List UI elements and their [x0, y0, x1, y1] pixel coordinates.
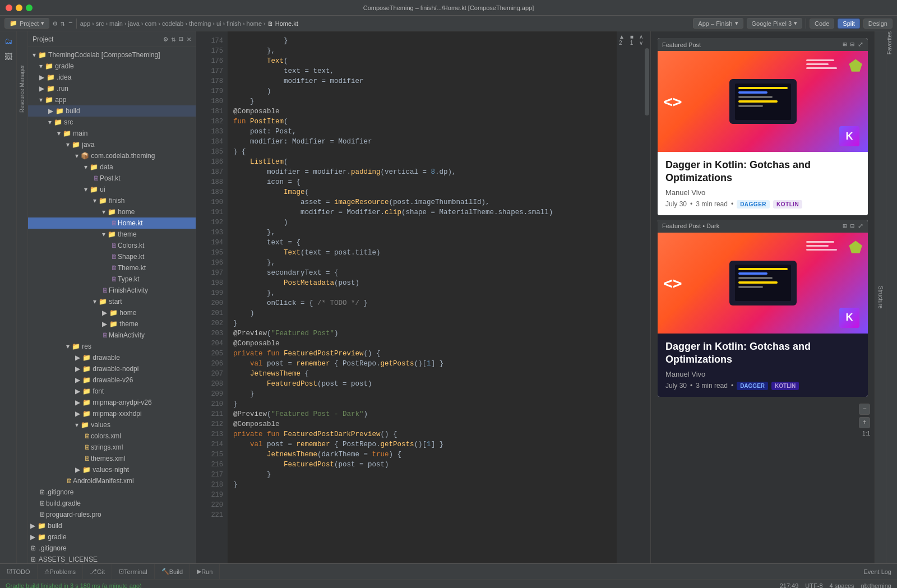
list-item[interactable]: 🗎 Shape.kt: [28, 251, 196, 262]
device-button[interactable]: Google Pixel 3 ▾: [747, 18, 803, 29]
tree-selected-file[interactable]: 🗎 Home.kt: [28, 217, 196, 229]
encoding[interactable]: UTF-8: [805, 582, 822, 589]
git-branch[interactable]: nb:theming: [861, 582, 891, 589]
list-item[interactable]: ▶📁 theme: [28, 318, 196, 330]
minimap[interactable]: ▲ 2 ■ 1 ∧ ∨: [617, 31, 650, 563]
list-item[interactable]: ▾📁 java: [28, 139, 196, 150]
maximize-button[interactable]: [26, 4, 33, 11]
list-item[interactable]: ▾📁 start: [28, 296, 196, 307]
tree-root[interactable]: ▾ 📁 ThemingCodelab [ComposeTheming]: [28, 49, 196, 61]
list-item[interactable]: ▶📁 home: [28, 307, 196, 318]
list-item[interactable]: ▶📁 drawable-v26: [28, 374, 196, 386]
android-icon: ⬟: [849, 57, 862, 76]
list-item[interactable]: ▾📁 theme: [28, 229, 196, 240]
list-item[interactable]: ▶📁 .run: [28, 83, 196, 94]
tab-build[interactable]: 🔨 Build: [155, 564, 190, 579]
event-log-btn[interactable]: Event Log: [863, 568, 891, 575]
list-item[interactable]: ▶📁 font: [28, 386, 196, 397]
view-design-button[interactable]: Design: [863, 18, 893, 29]
list-item[interactable]: 🗎 build.gradle: [28, 498, 196, 509]
fullscreen-icon[interactable]: ⤢: [858, 40, 863, 49]
fullscreen-icon[interactable]: ⤢: [858, 222, 863, 230]
settings-icon[interactable]: ⚙: [53, 19, 57, 28]
run-config-button[interactable]: App – Finish ▾: [693, 18, 743, 29]
list-item[interactable]: 🗎 Theme.kt: [28, 262, 196, 274]
tab-terminal[interactable]: ⊡ Terminal: [112, 564, 155, 579]
left-sidebar-strip: 🗂 🖼: [0, 31, 17, 563]
structure-label[interactable]: Structure: [877, 286, 884, 309]
cursor-position[interactable]: 217:49: [780, 582, 799, 589]
list-item[interactable]: ▶📁 mipmap-anydpi-v26: [28, 397, 196, 408]
tab-problems[interactable]: ⚠ Problems: [38, 564, 83, 579]
laptop-icon-dark: [729, 261, 797, 305]
list-item[interactable]: ▾📁 ui: [28, 184, 196, 195]
collapse-icon[interactable]: −: [68, 19, 73, 27]
gear-icon[interactable]: ⚙: [164, 35, 168, 44]
resource-manager-strip: Resource Manager: [17, 31, 28, 563]
code-editor[interactable]: } }, Text( text = text, modifier = modif…: [228, 31, 617, 563]
list-item[interactable]: 🗎 themes.xml: [28, 453, 196, 464]
tab-todo[interactable]: ☑ TODO: [0, 564, 38, 579]
minimize-button[interactable]: [16, 4, 22, 11]
list-item[interactable]: 🗎 proguard-rules.pro: [28, 509, 196, 520]
resource-manager-icon[interactable]: 🖼: [3, 52, 14, 63]
indent-setting[interactable]: 4 spaces: [830, 582, 854, 589]
split-icon[interactable]: ⊟: [850, 222, 854, 230]
featured-image-dark: <>: [658, 233, 868, 334]
list-item[interactable]: ▾📁 gradle: [28, 61, 196, 72]
expand-icon[interactable]: ⊞: [843, 222, 847, 230]
list-item[interactable]: 🗎 colors.xml: [28, 430, 196, 442]
list-item[interactable]: 🗎 .gitignore: [28, 543, 196, 554]
list-item[interactable]: ▶📁 mipmap-xxxhdpi: [28, 408, 196, 419]
list-item[interactable]: 🗎 FinishActivity: [28, 285, 196, 296]
list-item[interactable]: ▶📁 drawable: [28, 352, 196, 363]
list-item[interactable]: 🗎 AndroidManifest.xml: [28, 475, 196, 487]
view-split-button[interactable]: Split: [838, 18, 859, 29]
close-button[interactable]: [6, 4, 12, 11]
zoom-in-btn[interactable]: +: [859, 417, 870, 428]
sort-icon[interactable]: ⇅: [61, 19, 65, 28]
list-item[interactable]: ▾📁 src: [28, 117, 196, 128]
post-title-dark: Dagger in Kotlin: Gotchas and Optimizati…: [665, 340, 860, 367]
split-icon[interactable]: ⊟: [850, 40, 854, 49]
list-item[interactable]: ▶📁 values-night: [28, 464, 196, 475]
list-item[interactable]: ▾📁 values: [28, 419, 196, 430]
list-item[interactable]: 🗎 Post.kt: [28, 173, 196, 184]
list-item[interactable]: 🗎 .gitignore: [28, 487, 196, 498]
list-item[interactable]: ▶📁 gradle: [28, 531, 196, 543]
list-item[interactable]: ▾📁 home: [28, 206, 196, 217]
tab-run[interactable]: ▶ Run: [190, 564, 220, 579]
list-item[interactable]: 🗎 Colors.kt: [28, 240, 196, 251]
list-item[interactable]: 🗎 Type.kt: [28, 274, 196, 285]
list-item[interactable]: ▾📁 app: [28, 94, 196, 105]
sort-icon[interactable]: ⇅: [172, 35, 176, 44]
list-item[interactable]: 🗎 strings.xml: [28, 442, 196, 453]
list-item[interactable]: ▾📁 res: [28, 341, 196, 352]
list-item[interactable]: ▶📁 build: [28, 105, 196, 117]
list-item[interactable]: 🗎 MainActivity: [28, 330, 196, 341]
collapse-all-icon[interactable]: ⊟: [179, 35, 183, 44]
list-item[interactable]: ▾📁 finish: [28, 195, 196, 206]
view-code-button[interactable]: Code: [810, 18, 834, 29]
close-panel-icon[interactable]: ✕: [187, 35, 191, 44]
resource-manager-label[interactable]: Resource Manager: [19, 65, 25, 113]
preview-panel: Featured Post ⊞ ⊟ ⤢ <>: [650, 31, 875, 563]
list-item[interactable]: 🗎 ASSETS_LICENSE: [28, 554, 196, 563]
list-item[interactable]: ▾📁 main: [28, 128, 196, 139]
list-item[interactable]: ▶📁 .idea: [28, 72, 196, 83]
main-container: 🗂 🖼 Resource Manager Project ⚙ ⇅ ⊟ ✕ ▾ 📁…: [0, 31, 897, 563]
list-item[interactable]: ▶📁 drawable-nodpi: [28, 363, 196, 374]
post-date-dark: July 30: [665, 382, 687, 390]
favorites-label[interactable]: Favorites: [886, 31, 893, 77]
project-panel-icon[interactable]: 🗂: [3, 36, 14, 47]
list-item[interactable]: ▶📁 build: [28, 520, 196, 531]
tab-git[interactable]: ⎇ Git: [83, 564, 112, 579]
zoom-out-btn[interactable]: −: [859, 404, 870, 415]
title-bar: ComposeTheming – finish/.../Home.kt [Com…: [0, 0, 897, 16]
post-read-time: 3 min read: [696, 200, 728, 208]
list-item[interactable]: ▾📦 com.codelab.theming: [28, 150, 196, 161]
expand-icon[interactable]: ⊞: [843, 40, 847, 49]
project-dropdown[interactable]: 📁 Project ▾: [4, 18, 49, 29]
post-title-light: Dagger in Kotlin: Gotchas and Optimizati…: [665, 159, 860, 185]
list-item[interactable]: ▾📁 data: [28, 161, 196, 173]
